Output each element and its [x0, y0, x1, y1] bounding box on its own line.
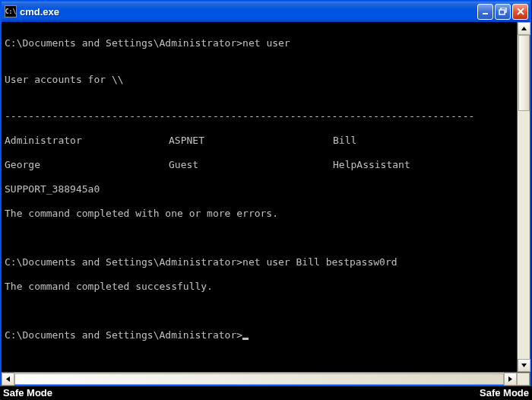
restore-icon	[499, 8, 508, 15]
command-text: net user Bill bestpassw0rd	[242, 256, 397, 268]
prompt: C:\Documents and Settings\Administrator>	[5, 37, 242, 49]
cmd-window: C:\ cmd.exe C:\Documents and Settings\Ad…	[0, 0, 531, 386]
restore-button[interactable]	[495, 4, 511, 20]
chevron-left-icon	[6, 376, 10, 382]
cell: Bill	[333, 135, 356, 146]
window-buttons	[477, 4, 528, 20]
window-title: cmd.exe	[20, 6, 477, 17]
table-row: SUPPORT_388945a0	[5, 183, 528, 195]
command-text: net user	[242, 37, 290, 49]
close-button[interactable]	[512, 4, 528, 20]
prompt-line: C:\Documents and Settings\Administrator>…	[5, 37, 528, 49]
scroll-thumb[interactable]	[518, 35, 530, 111]
output-header: User accounts for \\	[5, 74, 528, 86]
scroll-up-button[interactable]	[518, 22, 530, 35]
scroll-right-button[interactable]	[504, 373, 517, 386]
horizontal-scrollbar[interactable]	[2, 372, 530, 385]
status-line: The command completed successfully.	[5, 281, 528, 293]
svg-rect-0	[483, 13, 488, 14]
cell: Guest	[169, 159, 333, 171]
close-icon	[517, 8, 524, 15]
scrollbar-corner	[517, 373, 530, 386]
window-body: C:\Documents and Settings\Administrator>…	[2, 22, 530, 385]
minimize-button[interactable]	[477, 4, 493, 20]
minimize-icon	[482, 8, 489, 15]
safe-mode-label-right: Safe Mode	[480, 387, 529, 398]
scroll-left-button[interactable]	[2, 373, 14, 386]
cmd-icon: C:\	[5, 5, 17, 17]
prompt: C:\Documents and Settings\Administrator>	[5, 256, 242, 268]
table-row: GeorgeGuestHelpAssistant	[5, 159, 528, 171]
cell: Administrator	[5, 135, 169, 147]
cell: George	[5, 159, 169, 171]
prompt: C:\Documents and Settings\Administrator>	[5, 329, 242, 341]
cell: ASPNET	[169, 135, 333, 147]
cell: HelpAssistant	[333, 159, 410, 170]
scroll-down-button[interactable]	[518, 359, 530, 372]
prompt-line: C:\Documents and Settings\Administrator>	[5, 329, 528, 341]
prompt-line: C:\Documents and Settings\Administrator>…	[5, 256, 528, 268]
vertical-scrollbar[interactable]	[517, 22, 530, 372]
titlebar[interactable]: C:\ cmd.exe	[2, 2, 530, 22]
chevron-right-icon	[508, 376, 512, 382]
chevron-down-icon	[521, 363, 527, 367]
safe-mode-label-left: Safe Mode	[3, 387, 52, 398]
cell: SUPPORT_388945a0	[5, 183, 100, 195]
status-line: The command completed with one or more e…	[5, 208, 528, 220]
separator-line: ----------------------------------------…	[5, 110, 528, 122]
table-row: AdministratorASPNETBill	[5, 135, 528, 147]
scroll-track[interactable]	[518, 35, 530, 359]
scroll-thumb[interactable]	[14, 373, 504, 385]
cursor	[242, 338, 249, 340]
svg-rect-2	[499, 10, 505, 14]
chevron-up-icon	[521, 27, 527, 30]
scroll-track[interactable]	[14, 373, 504, 385]
terminal-output[interactable]: C:\Documents and Settings\Administrator>…	[2, 22, 530, 385]
